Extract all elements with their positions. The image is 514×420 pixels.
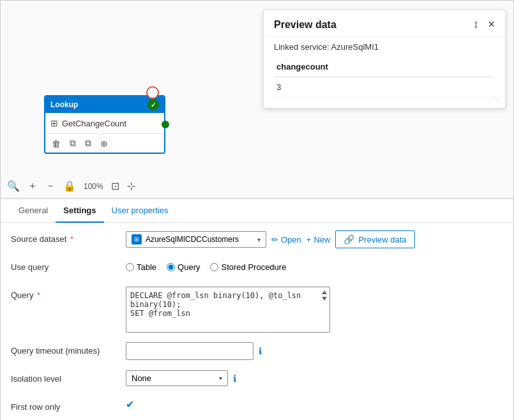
- node-header: Lookup ✓: [45, 96, 164, 113]
- first-row-only-checkmark[interactable]: ✔: [126, 398, 134, 410]
- pipeline-node: Lookup ✓ ⊞ GetChangeCount 🗑 ⧉ ⧉ ⊕: [44, 95, 165, 154]
- scrollbar-up-icon[interactable]: [322, 290, 327, 294]
- first-row-only-label: First row only: [11, 398, 126, 412]
- node-success-icon: ✓: [147, 99, 159, 110]
- node-connector-top: [146, 86, 159, 99]
- query-textarea-wrapper: [126, 287, 330, 334]
- isolation-level-label: Isolation level: [11, 370, 126, 384]
- node-header-title: Lookup: [50, 100, 78, 109]
- preview-panel-title: Preview data: [274, 19, 336, 31]
- use-query-row: Use query Table Query Stored: [11, 259, 503, 279]
- dataset-icon: ⊞: [132, 234, 142, 244]
- preview-data-cell: 3: [274, 77, 495, 98]
- canvas-toolbar: 🔍 ＋ － 🔒 100% ⊡ ⊹: [7, 179, 135, 193]
- isolation-level-row: Isolation level None ▾ ℹ: [11, 370, 503, 391]
- node-actions-bar: 🗑 ⧉ ⧉ ⊕: [45, 133, 164, 153]
- source-dataset-label: Source dataset *: [11, 230, 126, 244]
- table-row: 3: [274, 77, 495, 98]
- tab-user-properties[interactable]: User properties: [104, 199, 176, 223]
- radio-table-input[interactable]: [126, 263, 134, 271]
- query-label: Query *: [11, 287, 126, 300]
- node-type-label: Lookup: [50, 100, 78, 109]
- preview-data-button[interactable]: 🔗 Preview data: [335, 230, 414, 248]
- node-clone-button[interactable]: ⧉: [68, 137, 77, 150]
- zoom-out-icon[interactable]: －: [45, 179, 56, 193]
- preview-close-icon[interactable]: ×: [488, 18, 495, 31]
- source-dataset-row: Source dataset * ⊞ AzureSqlMICDCCustomer…: [11, 230, 503, 251]
- node-body: ⊞ GetChangeCount: [45, 113, 164, 133]
- scrollbar-down-icon[interactable]: [322, 297, 327, 301]
- preview-panel-header: Preview data ⤡ ×: [264, 10, 505, 37]
- isolation-level-info-icon: ℹ: [233, 373, 236, 384]
- preview-header-actions: ⤡ ×: [472, 18, 495, 31]
- preview-column-header: changecount: [274, 57, 495, 77]
- radio-option-table[interactable]: Table: [126, 262, 156, 272]
- radio-stored-procedure-input[interactable]: [210, 263, 218, 271]
- plus-icon: +: [306, 235, 312, 244]
- first-row-only-control: ✔: [126, 398, 503, 410]
- query-timeout-label: Query timeout (minutes): [11, 342, 126, 356]
- source-dataset-required: *: [68, 234, 73, 244]
- lock-icon[interactable]: 🔒: [63, 180, 76, 192]
- node-add-activity-button[interactable]: ⊕: [99, 137, 109, 150]
- query-textarea[interactable]: [126, 287, 330, 333]
- use-query-label: Use query: [11, 259, 126, 272]
- node-name-label: GetChangeCount: [62, 119, 126, 128]
- tab-settings[interactable]: Settings: [56, 199, 103, 223]
- lookup-icon: ⊞: [50, 118, 58, 128]
- zoom-level-label: 100%: [84, 182, 103, 191]
- use-query-control: Table Query Stored Procedure: [126, 259, 503, 272]
- canvas-area: Lookup ✓ ⊞ GetChangeCount 🗑 ⧉ ⧉ ⊕: [1, 1, 513, 199]
- query-timeout-info-icon: ℹ: [259, 346, 262, 356]
- dataset-select-dropdown[interactable]: ⊞ AzureSqlMICDCCustomers ▾: [126, 231, 266, 248]
- add-activity-icon[interactable]: ＋: [27, 179, 38, 193]
- query-timeout-row: Query timeout (minutes) ℹ: [11, 342, 503, 363]
- query-required: *: [34, 290, 40, 300]
- open-dataset-link[interactable]: ✏ Open: [271, 235, 301, 244]
- preview-data-panel: Preview data ⤡ × Linked service: AzureSq…: [263, 10, 506, 109]
- dataset-dropdown-arrow: ▾: [257, 236, 261, 243]
- new-dataset-link[interactable]: + New: [306, 235, 331, 244]
- use-query-radio-group: Table Query Stored Procedure: [126, 259, 286, 272]
- query-control: [126, 287, 503, 334]
- preview-data-table: changecount 3: [274, 57, 495, 98]
- radio-query-input[interactable]: [167, 263, 175, 271]
- node-output-connector: [162, 121, 165, 128]
- radio-stored-procedure-label: Stored Procedure: [221, 262, 286, 272]
- radio-table-label: Table: [137, 262, 156, 272]
- first-row-only-row: First row only ✔: [11, 398, 503, 419]
- textarea-scrollbar: [320, 288, 329, 333]
- preview-table-wrapper: changecount 3: [264, 57, 505, 108]
- isolation-level-value: None: [132, 373, 151, 383]
- preview-expand-icon[interactable]: ⤡: [471, 19, 483, 31]
- isolation-level-dropdown-arrow: ▾: [219, 375, 222, 382]
- node-delete-button[interactable]: 🗑: [50, 137, 62, 150]
- edit-icon: ✏: [271, 235, 278, 244]
- search-canvas-icon[interactable]: 🔍: [7, 180, 20, 192]
- cursor-icon[interactable]: ⊹: [127, 180, 135, 192]
- isolation-level-control: None ▾ ℹ: [126, 370, 503, 386]
- isolation-level-select[interactable]: None ▾: [126, 370, 228, 386]
- dataset-selected-value: AzureSqlMICDCCustomers: [146, 235, 239, 244]
- fit-to-screen-icon[interactable]: ⊡: [111, 180, 119, 192]
- preview-service-label: Linked service: AzureSqlMI1: [264, 37, 505, 57]
- radio-query-label: Query: [178, 262, 200, 272]
- settings-form: Source dataset * ⊞ AzureSqlMICDCCustomer…: [1, 223, 513, 420]
- radio-option-query[interactable]: Query: [167, 262, 200, 272]
- node-box[interactable]: Lookup ✓ ⊞ GetChangeCount 🗑 ⧉ ⧉ ⊕: [44, 95, 165, 154]
- radio-option-stored-procedure[interactable]: Stored Procedure: [210, 262, 286, 272]
- query-timeout-control: ℹ: [126, 342, 503, 360]
- preview-link-icon: 🔗: [344, 234, 354, 244]
- query-timeout-input[interactable]: [126, 342, 253, 360]
- bottom-panel: General Settings User properties Source …: [1, 199, 513, 420]
- tabs-bar: General Settings User properties: [1, 199, 513, 223]
- resize-handle-icon[interactable]: ⋱: [494, 96, 504, 107]
- node-copy-button[interactable]: ⧉: [84, 137, 93, 150]
- main-container: Lookup ✓ ⊞ GetChangeCount 🗑 ⧉ ⧉ ⊕: [0, 0, 514, 420]
- query-row: Query *: [11, 287, 503, 334]
- tab-general[interactable]: General: [11, 199, 56, 223]
- source-dataset-control: ⊞ AzureSqlMICDCCustomers ▾ ✏ Open + New: [126, 230, 503, 248]
